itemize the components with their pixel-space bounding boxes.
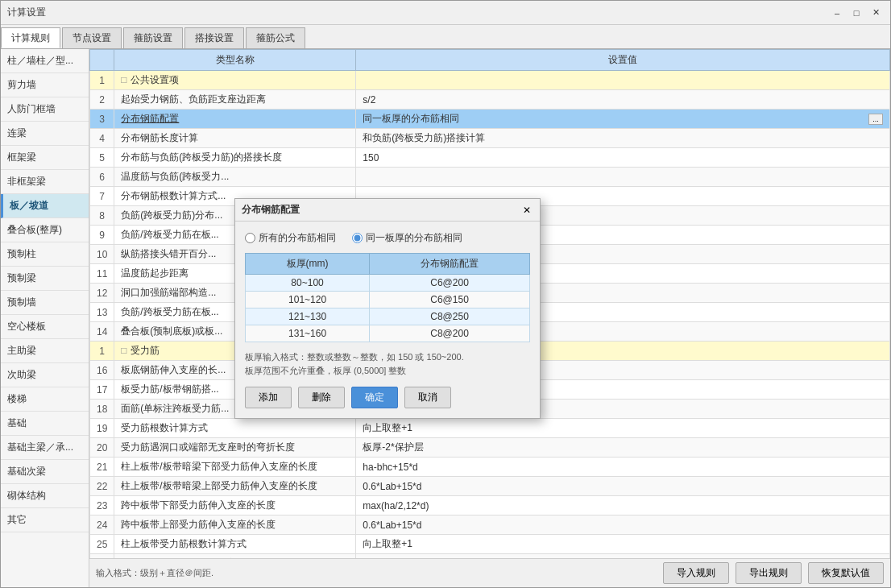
sidebar-item-non-frame-beam[interactable]: 非框架梁	[1, 170, 89, 194]
row-value: 向上取整+1	[356, 535, 890, 554]
row-name: 柱上板带受力筋根数计算方式	[114, 535, 356, 554]
row-number: 25	[90, 535, 114, 554]
row-value: 和负筋(跨板受力筋)搭接计算	[356, 129, 890, 148]
modal-table-row[interactable]: 101~120C6@150	[246, 292, 530, 308]
row-name: 受力筋根数计算方式	[114, 419, 356, 438]
sidebar-item-shear-wall[interactable]: 剪力墙	[1, 73, 89, 97]
export-rules-button[interactable]: 导出规则	[736, 562, 802, 584]
tab-bar: 计算规则 节点设置 箍筋设置 搭接设置 箍筋公式	[1, 25, 890, 49]
confirm-button[interactable]: 确定	[351, 387, 398, 408]
sidebar-item-main-beam[interactable]: 主助梁	[1, 339, 89, 363]
add-button[interactable]: 添加	[245, 387, 292, 408]
sidebar-item-hollow-slab[interactable]: 空心楼板	[1, 315, 89, 339]
minimize-button[interactable]: –	[829, 6, 845, 19]
modal-dialog: 分布钢筋配置 ✕ 所有的分布筋相同 同一板厚的分布筋相同	[234, 198, 541, 419]
sidebar-item-secondary-beam[interactable]: 次助梁	[1, 363, 89, 387]
table-row[interactable]: 25柱上板带受力筋根数计算方式向上取整+1	[90, 535, 890, 554]
table-row[interactable]: 5分布筋与负筋(跨板受力筋)的搭接长度150	[90, 148, 890, 168]
sidebar-item-other[interactable]: 其它	[1, 508, 89, 532]
sidebar-item-column[interactable]: 柱／墙柱／型...	[1, 49, 89, 73]
maximize-button[interactable]: □	[848, 6, 864, 19]
tab-node-settings[interactable]: 节点设置	[62, 27, 122, 48]
window-title: 计算设置	[7, 6, 46, 19]
table-row[interactable]: 3分布钢筋配置同一板厚的分布筋相同...	[90, 110, 890, 129]
row-number: 1	[90, 342, 114, 361]
modal-close-button[interactable]: ✕	[520, 204, 533, 217]
tab-splice-settings[interactable]: 搭接设置	[184, 27, 244, 48]
row-number: 6	[90, 168, 114, 187]
sidebar-item-masonry[interactable]: 砌体结构	[1, 484, 89, 508]
row-number: 19	[90, 419, 114, 438]
close-button[interactable]: ✕	[868, 6, 884, 19]
sidebar-item-staircase[interactable]: 楼梯	[1, 387, 89, 412]
radio-by-thickness[interactable]	[352, 233, 363, 243]
import-rules-button[interactable]: 导入规则	[663, 562, 729, 584]
row-name: 分布钢筋配置	[114, 110, 356, 129]
sidebar-item-foundation-main[interactable]: 基础主梁／承...	[1, 436, 89, 460]
modal-col-rebar: 分布钢筋配置	[370, 254, 530, 275]
modal-footer: 添加 删除 确定 取消	[245, 383, 530, 408]
tab-calc-rules[interactable]: 计算规则	[1, 27, 60, 48]
table-row[interactable]: 2起始受力钢筋、负筋距支座边距离s/2	[90, 90, 890, 110]
sidebar-item-air-defense[interactable]: 人防门框墙	[1, 97, 89, 122]
row-value: 板厚-2*保护层	[356, 438, 890, 458]
table-row[interactable]: 4分布钢筋长度计算和负筋(跨板受力筋)搭接计算	[90, 129, 890, 148]
modal-thickness-cell: 131~160	[246, 325, 370, 342]
cancel-button[interactable]: 取消	[404, 387, 451, 408]
modal-rebar-cell: C6@150	[370, 292, 530, 308]
table-row[interactable]: 23跨中板带下部受力筋伸入支座的长度max(ha/2,12*d)	[90, 496, 890, 516]
table-row[interactable]: 6温度筋与负筋(跨板受力...	[90, 168, 890, 187]
modal-body: 所有的分布筋相同 同一板厚的分布筋相同 板厚(mm) 分布钢筋配置	[235, 222, 540, 418]
row-value: 0.6*Lab+15*d	[356, 516, 890, 535]
row-name: 受力筋遇洞口或端部无支座时的弯折长度	[114, 438, 356, 458]
sidebar-item-precast-beam[interactable]: 预制梁	[1, 267, 89, 291]
row-number: 17	[90, 380, 114, 400]
sidebar-item-foundation[interactable]: 基础	[1, 412, 89, 436]
sidebar-item-frame-beam[interactable]: 框架梁	[1, 146, 89, 170]
row-name: 跨中板带上部受力筋伸入支座的长度	[114, 516, 356, 535]
row-number: 8	[90, 206, 114, 226]
modal-table-row[interactable]: 80~100C6@200	[246, 275, 530, 292]
sidebar-item-link-beam[interactable]: 连梁	[1, 122, 89, 146]
table-row[interactable]: 21柱上板带/板带暗梁下部受力筋伸入支座的长度ha-bhc+15*d	[90, 458, 890, 477]
sidebar-item-composite-slab[interactable]: 叠合板(整厚)	[1, 218, 89, 242]
row-value	[356, 168, 890, 187]
sidebar-item-foundation-secondary[interactable]: 基础次梁	[1, 460, 89, 484]
row-number: 18	[90, 400, 114, 419]
modal-table-row[interactable]: 121~130C8@250	[246, 308, 530, 325]
row-value	[356, 71, 890, 90]
row-number: 23	[90, 496, 114, 516]
delete-button[interactable]: 删除	[298, 387, 345, 408]
row-number: 3	[90, 110, 114, 129]
modal-thickness-cell: 121~130	[246, 308, 370, 325]
row-number: 21	[90, 458, 114, 477]
footer-buttons: 导入规则 导出规则 恢复默认值	[663, 562, 884, 584]
modal-title-bar: 分布钢筋配置 ✕	[235, 199, 540, 222]
radio-option-all-same[interactable]: 所有的分布筋相同	[245, 231, 336, 245]
table-row[interactable]: 22柱上板带/板带暗梁上部受力筋伸入支座的长度0.6*Lab+15*d	[90, 477, 890, 496]
table-row[interactable]: 19受力筋根数计算方式向上取整+1	[90, 419, 890, 438]
modal-table: 板厚(mm) 分布钢筋配置 80~100C6@200101~120C6@1501…	[245, 253, 530, 342]
restore-defaults-button[interactable]: 恢复默认值	[808, 562, 884, 584]
row-number: 7	[90, 187, 114, 206]
table-row[interactable]: 20受力筋遇洞口或端部无支座时的弯折长度板厚-2*保护层	[90, 438, 890, 458]
table-row[interactable]: 24跨中板带上部受力筋伸入支座的长度0.6*Lab+15*d	[90, 516, 890, 535]
row-number: 2	[90, 90, 114, 110]
row-number: 12	[90, 284, 114, 303]
radio-all-same[interactable]	[245, 233, 255, 243]
radio-option-by-thickness[interactable]: 同一板厚的分布筋相同	[352, 231, 462, 245]
footer: 输入格式：级别＋直径＠间距. 导入规则 导出规则 恢复默认值	[89, 558, 890, 587]
sidebar-item-precast-wall[interactable]: 预制墙	[1, 291, 89, 315]
modal-table-row[interactable]: 131~160C8@200	[246, 325, 530, 342]
sidebar-item-precast-column[interactable]: 预制柱	[1, 242, 89, 267]
cell-expand-button[interactable]: ...	[868, 114, 883, 125]
table-row[interactable]: 1□公共设置项	[90, 71, 890, 90]
modal-rebar-cell: C6@200	[370, 275, 530, 292]
row-number: 1	[90, 71, 114, 90]
row-number: 20	[90, 438, 114, 458]
tab-rebar-formula[interactable]: 箍筋公式	[246, 27, 305, 48]
tab-rebar-settings[interactable]: 箍筋设置	[123, 27, 183, 48]
col-name: 类型名称	[114, 50, 356, 71]
sidebar-item-slab[interactable]: 板／坡道	[1, 194, 89, 218]
row-value[interactable]: 同一板厚的分布筋相同...	[356, 110, 890, 129]
